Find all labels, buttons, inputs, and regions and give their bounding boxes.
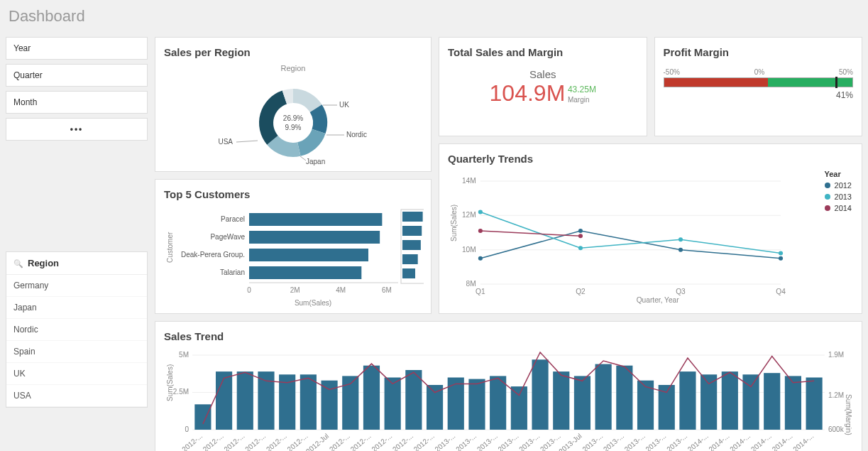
region-item[interactable]: Germany [6, 275, 147, 297]
svg-rect-60 [237, 371, 253, 430]
main-content: Sales per Region Region 26.9% 9.9% [155, 37, 862, 451]
svg-text:2014-...: 2014-... [708, 432, 731, 451]
total-sales-value: 104.9M [490, 80, 566, 107]
svg-text:UK: UK [339, 101, 349, 109]
svg-rect-86 [785, 376, 801, 430]
svg-rect-83 [722, 371, 738, 430]
svg-text:2M: 2M [290, 286, 300, 294]
filter-month[interactable]: Month [6, 91, 148, 114]
svg-text:2013-...: 2013-... [433, 432, 456, 451]
svg-rect-19 [402, 212, 423, 222]
svg-rect-22 [402, 254, 418, 264]
region-item[interactable]: Japan [6, 297, 147, 319]
svg-text:Q1: Q1 [476, 288, 485, 295]
svg-rect-58 [194, 404, 211, 430]
svg-text:2013-...: 2013-... [454, 432, 478, 451]
svg-rect-66 [363, 366, 380, 430]
region-item[interactable]: UK [6, 363, 147, 385]
svg-rect-67 [385, 378, 401, 430]
profit-margin-panel[interactable]: Profit Margin -50% 0% 50% 41% [654, 37, 863, 136]
svg-text:Nordic: Nordic [346, 131, 367, 138]
panel-title: Sales Trend [164, 330, 853, 342]
svg-rect-76 [574, 376, 590, 430]
svg-point-44 [578, 234, 583, 238]
top5-chart: Customer ParacelPageWaveDeak-Perera Grou… [164, 206, 424, 311]
svg-rect-21 [402, 240, 421, 250]
profit-gauge [664, 77, 854, 87]
svg-text:26.9%: 26.9% [283, 114, 303, 122]
svg-text:1.2M: 1.2M [828, 391, 844, 399]
svg-rect-68 [405, 370, 422, 430]
quarterly-trends-panel[interactable]: Quarterly Trends 8M10M12M14M Q1Q2Q3Q4 Su… [439, 143, 862, 314]
panel-title: Profit Margin [664, 46, 854, 58]
svg-text:2013-...: 2013-... [623, 432, 647, 451]
svg-text:2.5M: 2.5M [173, 388, 189, 396]
svg-text:2012-...: 2012-... [349, 432, 373, 451]
svg-point-43 [478, 229, 483, 233]
svg-point-42 [779, 251, 783, 256]
region-item[interactable]: Nordic [6, 319, 147, 341]
filter-more-button[interactable]: ••• [6, 118, 148, 141]
svg-text:2014-...: 2014-... [749, 432, 773, 451]
svg-text:2012-...: 2012-... [328, 432, 351, 451]
svg-rect-85 [764, 373, 780, 430]
svg-text:5M: 5M [179, 351, 189, 359]
svg-text:2012-...: 2012-... [391, 432, 414, 451]
svg-rect-72 [490, 376, 506, 430]
svg-rect-63 [300, 374, 317, 430]
profit-scale: -50% 0% 50% [664, 68, 854, 76]
svg-text:2013-...: 2013-... [665, 432, 688, 451]
profit-value: 41% [664, 90, 854, 100]
page-title: Dashboard [6, 6, 862, 30]
svg-rect-20 [402, 226, 422, 236]
svg-text:Talarian: Talarian [220, 268, 245, 276]
svg-text:9.9%: 9.9% [285, 124, 302, 131]
svg-text:2012-...: 2012-... [265, 432, 288, 451]
svg-text:USA: USA [218, 138, 233, 146]
svg-rect-14 [249, 231, 380, 244]
svg-point-41 [679, 237, 683, 241]
svg-text:Sum(Margin): Sum(Margin) [845, 394, 852, 435]
svg-text:2013-...: 2013-... [581, 432, 604, 451]
total-margin-value: 43.25M Margin [568, 85, 596, 104]
svg-rect-81 [679, 371, 696, 430]
svg-rect-61 [258, 371, 274, 430]
svg-rect-23 [402, 268, 415, 278]
search-icon[interactable] [13, 258, 23, 268]
panel-title: Top 5 Customers [164, 188, 422, 200]
top5-customers-panel[interactable]: Top 5 Customers Customer ParacelPageWave… [155, 179, 432, 314]
svg-text:0: 0 [247, 286, 251, 294]
svg-text:2013-...: 2013-... [517, 432, 541, 451]
svg-text:Q4: Q4 [776, 288, 786, 295]
donut-chart: 26.9% 9.9% UK Nordic Japan USA [187, 73, 400, 165]
svg-point-38 [779, 256, 783, 261]
svg-point-37 [679, 248, 683, 252]
svg-rect-12 [249, 213, 382, 226]
svg-text:14M: 14M [462, 177, 476, 185]
sales-per-region-panel[interactable]: Sales per Region Region 26.9% 9.9% [155, 37, 432, 172]
svg-text:2014-...: 2014-... [728, 432, 752, 451]
region-filter-panel: Region Germany Japan Nordic Spain UK USA [6, 251, 148, 408]
svg-text:12M: 12M [462, 211, 476, 219]
region-item[interactable]: USA [6, 385, 147, 407]
filter-year[interactable]: Year [6, 37, 148, 60]
sales-trend-panel[interactable]: Sales Trend 02.5M5M 600k1.2M1.9M 2012-..… [155, 321, 862, 451]
filter-quarter[interactable]: Quarter [6, 64, 148, 87]
total-sales-panel[interactable]: Total Sales and Margin Sales 104.9M 43.2… [439, 37, 647, 136]
svg-text:2014-...: 2014-... [686, 432, 710, 451]
svg-line-9 [236, 141, 258, 142]
region-item[interactable]: Spain [6, 341, 147, 363]
svg-text:2012-...: 2012-... [370, 432, 393, 451]
svg-line-8 [300, 156, 306, 161]
svg-text:2012-...: 2012-... [180, 432, 204, 451]
profit-tick-icon [835, 77, 837, 88]
svg-text:2013-...: 2013-... [602, 432, 625, 451]
svg-text:2013-...: 2013-... [497, 432, 520, 451]
svg-text:2014-...: 2014-... [791, 432, 815, 451]
svg-text:Deak-Perera Group.: Deak-Perera Group. [181, 251, 245, 259]
svg-text:Q2: Q2 [576, 288, 586, 295]
svg-text:2012-...: 2012-... [222, 432, 246, 451]
svg-rect-78 [616, 366, 632, 430]
panel-title: Total Sales and Margin [448, 46, 638, 58]
svg-text:2014-...: 2014-... [771, 432, 794, 451]
